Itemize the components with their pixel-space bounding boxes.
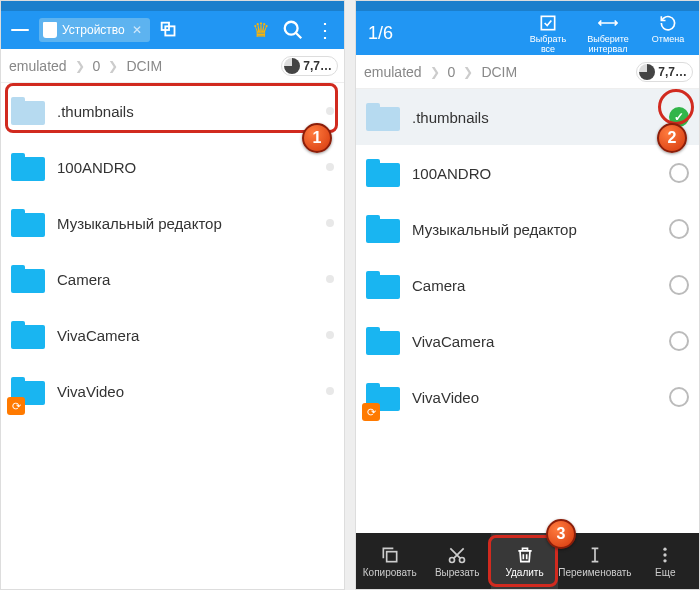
item-label: VivaCamera [57, 327, 314, 344]
file-list: .thumbnails 100ANDRO Музыкальный редакто… [356, 89, 699, 533]
list-item[interactable]: Музыкальный редактор [356, 201, 699, 257]
search-icon[interactable] [280, 17, 306, 43]
item-label: 100ANDRO [57, 159, 314, 176]
storage-text: 7,7… [658, 65, 687, 79]
callout-badge-1: 1 [302, 123, 332, 153]
crumb-1[interactable]: 0 [446, 64, 458, 80]
list-item[interactable]: Музыкальный редактор [1, 195, 344, 251]
item-label: Camera [412, 277, 657, 294]
item-label: .thumbnails [57, 103, 314, 120]
copy-label: Копировать [363, 567, 417, 578]
chevron-right-icon: ❯ [69, 59, 91, 73]
checkbox-unchecked-icon[interactable] [669, 387, 689, 407]
windows-icon[interactable] [156, 17, 182, 43]
list-item[interactable]: VivaCamera [1, 307, 344, 363]
pie-icon [284, 58, 300, 74]
pie-icon [639, 64, 655, 80]
checkbox-unchecked-icon[interactable] [669, 163, 689, 183]
breadcrumb: emulated❯ 0❯ DCIM 7,7… [1, 49, 344, 83]
item-label: VivaVideo [57, 383, 314, 400]
svg-line-3 [296, 33, 302, 39]
breadcrumb: emulated❯ 0❯ DCIM 7,7… [356, 55, 699, 89]
list-item[interactable]: Camera [356, 257, 699, 313]
crumb-2[interactable]: DCIM [479, 64, 519, 80]
list-item[interactable]: Camera [1, 251, 344, 307]
folder-icon [366, 103, 400, 131]
svg-point-10 [664, 559, 667, 562]
item-label: VivaCamera [412, 333, 657, 350]
cut-label: Вырезать [435, 567, 479, 578]
select-range-button[interactable]: Выберите интервал [583, 13, 633, 54]
delete-label: Удалить [505, 567, 543, 578]
crumb-2[interactable]: DCIM [124, 58, 164, 74]
row-marker [326, 387, 334, 395]
crumb-1[interactable]: 0 [91, 58, 103, 74]
copy-button[interactable]: Копировать [356, 533, 423, 589]
menu-icon[interactable] [7, 17, 33, 43]
selection-count: 1/6 [368, 23, 393, 44]
crown-icon[interactable]: ♛ [248, 17, 274, 43]
crumb-0[interactable]: emulated [362, 64, 424, 80]
list-item[interactable]: .thumbnails [1, 83, 344, 139]
top-bar: Устройство ✕ ♛ ⋮ [1, 11, 344, 49]
list-item[interactable]: 100ANDRO [356, 145, 699, 201]
vivavideo-badge-icon: ⟳ [7, 397, 25, 415]
select-range-label: Выберите интервал [583, 34, 633, 54]
folder-icon [11, 97, 45, 125]
storage-badge[interactable]: 7,7… [281, 56, 338, 76]
crumb-0[interactable]: emulated [7, 58, 69, 74]
chevron-right-icon: ❯ [424, 65, 446, 79]
storage-text: 7,7… [303, 59, 332, 73]
folder-icon [366, 327, 400, 355]
svg-point-9 [664, 553, 667, 556]
more-button[interactable]: Еще [632, 533, 699, 589]
list-item[interactable]: 100ANDRO [1, 139, 344, 195]
item-label: 100ANDRO [412, 165, 657, 182]
vivavideo-badge-icon: ⟳ [362, 403, 380, 421]
storage-badge[interactable]: 7,7… [636, 62, 693, 82]
list-item[interactable]: .thumbnails [356, 89, 699, 145]
folder-icon [11, 209, 45, 237]
folder-icon [366, 159, 400, 187]
device-tab-chip[interactable]: Устройство ✕ [39, 18, 150, 42]
close-icon[interactable]: ✕ [132, 23, 142, 37]
svg-point-8 [664, 547, 667, 550]
folder-icon [11, 153, 45, 181]
item-label: Музыкальный редактор [57, 215, 314, 232]
cut-button[interactable]: Вырезать [423, 533, 490, 589]
folder-icon [366, 271, 400, 299]
chevron-right-icon: ❯ [102, 59, 124, 73]
svg-point-2 [285, 22, 298, 35]
bottom-action-bar: Копировать Вырезать Удалить Переименоват… [356, 533, 699, 589]
list-item[interactable]: VivaCamera [356, 313, 699, 369]
select-all-button[interactable]: Выбрать все [523, 13, 573, 54]
row-marker [326, 275, 334, 283]
row-marker [326, 219, 334, 227]
row-marker [326, 107, 334, 115]
folder-icon [11, 321, 45, 349]
list-item[interactable]: ⟳VivaVideo [356, 369, 699, 425]
tab-label: Устройство [62, 23, 125, 37]
more-label: Еще [655, 567, 675, 578]
list-item[interactable]: ⟳VivaVideo [1, 363, 344, 419]
svg-rect-5 [386, 551, 396, 561]
checkbox-unchecked-icon[interactable] [669, 331, 689, 351]
cancel-button[interactable]: Отмена [643, 13, 693, 44]
callout-badge-2: 2 [657, 123, 687, 153]
cancel-label: Отмена [652, 34, 684, 44]
checkbox-unchecked-icon[interactable] [669, 275, 689, 295]
folder-icon [366, 215, 400, 243]
status-bar [1, 1, 344, 11]
item-label: Музыкальный редактор [412, 221, 657, 238]
row-marker [326, 163, 334, 171]
select-all-label: Выбрать все [523, 34, 573, 54]
left-screen: Устройство ✕ ♛ ⋮ emulated❯ 0❯ DCIM 7,7… … [0, 0, 345, 590]
checkbox-unchecked-icon[interactable] [669, 219, 689, 239]
more-icon[interactable]: ⋮ [312, 17, 338, 43]
file-list: .thumbnails 100ANDRO Музыкальный редакто… [1, 83, 344, 589]
chevron-right-icon: ❯ [457, 65, 479, 79]
item-label: Camera [57, 271, 314, 288]
status-bar [356, 1, 699, 11]
callout-badge-3: 3 [546, 519, 576, 549]
svg-rect-4 [541, 16, 554, 29]
